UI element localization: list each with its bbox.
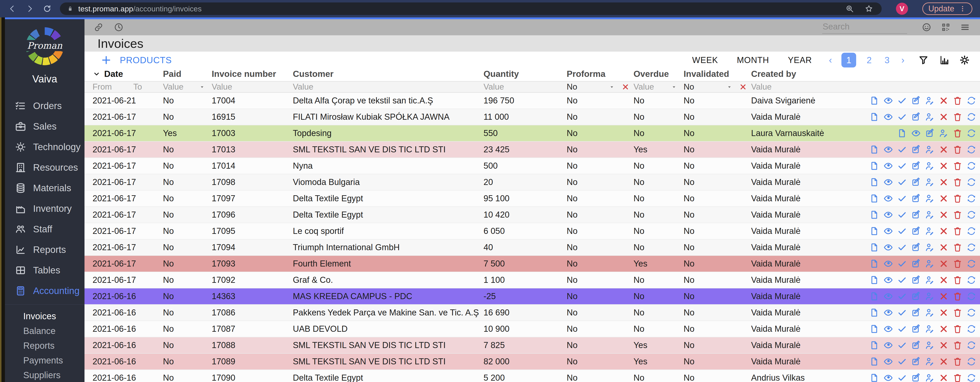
address-bar[interactable]: test.proman.app/accounting/invoices (60, 2, 881, 15)
action-eye-icon[interactable] (883, 210, 893, 220)
sidebar-item-staff[interactable]: Staff (5, 219, 84, 239)
action-edit-icon[interactable] (925, 128, 935, 138)
action-file-icon[interactable] (869, 259, 880, 269)
range-button-year[interactable]: YEAR (788, 55, 812, 65)
column-header-created_by[interactable]: Created by (751, 69, 865, 79)
action-edit-icon[interactable] (911, 96, 921, 106)
table-row[interactable]: 2021-06-16No14363MAS KREEDA CAMPUS - PDC… (84, 288, 980, 305)
zoom-in-icon[interactable] (845, 4, 854, 13)
action-check-icon[interactable] (897, 161, 907, 171)
action-edit-icon[interactable] (911, 291, 921, 301)
action-trash-icon[interactable] (953, 324, 963, 334)
action-trash-icon[interactable] (953, 340, 963, 350)
action-refresh-icon[interactable] (966, 96, 977, 106)
action-person-edit-icon[interactable] (925, 340, 935, 350)
action-edit-icon[interactable] (911, 226, 921, 236)
action-trash-icon[interactable] (953, 357, 963, 366)
bar-chart-icon[interactable] (939, 54, 950, 66)
sidebar-item-sales[interactable]: Sales (5, 116, 84, 137)
action-edit-icon[interactable] (911, 308, 921, 318)
sidebar-item-tables[interactable]: Tables (5, 260, 84, 281)
filter-proforma[interactable]: No (567, 82, 633, 92)
sidebar-subitem-balance[interactable]: Balance (5, 323, 84, 338)
action-x-icon[interactable] (939, 340, 949, 350)
action-x-icon[interactable] (939, 357, 949, 366)
action-person-edit-icon[interactable] (925, 144, 935, 155)
action-trash-icon[interactable] (953, 243, 963, 252)
sidebar-subitem-reports[interactable]: Reports (5, 338, 84, 353)
action-x-icon[interactable] (939, 243, 949, 252)
star-icon[interactable] (864, 4, 873, 13)
action-eye-icon[interactable] (883, 340, 893, 350)
action-file-icon[interactable] (869, 324, 880, 334)
action-eye-icon[interactable] (883, 161, 893, 171)
action-eye-icon[interactable] (883, 324, 893, 334)
filter-clear-icon[interactable] (739, 83, 747, 91)
table-row[interactable]: 2021-06-16No17087UAB DEVOLD10 900NoNoNoV… (84, 321, 980, 337)
action-trash-icon[interactable] (953, 259, 963, 269)
avatar[interactable]: V (896, 3, 908, 15)
action-file-icon[interactable] (869, 144, 880, 155)
filter-value[interactable]: Value (484, 82, 504, 92)
action-check-icon[interactable] (897, 210, 907, 220)
action-refresh-icon[interactable] (966, 275, 977, 285)
action-file-icon[interactable] (869, 161, 880, 171)
action-edit-icon[interactable] (911, 373, 921, 382)
action-file-icon[interactable] (869, 243, 880, 252)
action-check-icon[interactable] (897, 373, 907, 382)
action-edit-icon[interactable] (911, 357, 921, 366)
action-person-edit-icon[interactable] (925, 373, 935, 382)
sidebar-item-reports[interactable]: Reports (5, 239, 84, 260)
action-file-icon[interactable] (869, 275, 880, 285)
action-person-edit-icon[interactable] (925, 357, 935, 366)
action-check-icon[interactable] (897, 259, 907, 269)
smiley-icon[interactable] (921, 22, 932, 32)
action-x-icon[interactable] (939, 96, 949, 106)
action-refresh-icon[interactable] (966, 357, 977, 366)
filter-value[interactable]: Value (293, 82, 313, 92)
filter-value[interactable]: Value (212, 82, 232, 92)
action-edit-icon[interactable] (911, 112, 921, 122)
action-refresh-icon[interactable] (966, 324, 977, 334)
action-eye-icon[interactable] (883, 144, 893, 155)
sidebar-item-technology[interactable]: Technology (5, 137, 84, 157)
action-x-icon[interactable] (939, 210, 949, 220)
action-eye-icon[interactable] (883, 291, 893, 301)
action-check-icon[interactable] (897, 96, 907, 106)
table-row[interactable]: 2021-06-17No17096Delta Textile Egypt10 4… (84, 207, 980, 223)
forward-icon[interactable] (25, 4, 34, 13)
filter-input-from[interactable]: From (92, 82, 112, 92)
action-refresh-icon[interactable] (966, 177, 977, 187)
action-x-icon[interactable] (939, 144, 949, 155)
action-edit-icon[interactable] (911, 243, 921, 252)
prev-page-arrow[interactable]: ‹ (827, 55, 834, 65)
column-header-proforma[interactable]: Proforma (567, 69, 633, 79)
action-edit-icon[interactable] (911, 259, 921, 269)
action-eye-icon[interactable] (883, 308, 893, 318)
action-eye-icon[interactable] (883, 226, 893, 236)
action-file-icon[interactable] (869, 340, 880, 350)
action-refresh-icon[interactable] (966, 193, 977, 203)
table-row[interactable]: 2021-06-17No17093Fourth Element7 500NoYe… (84, 256, 980, 272)
action-x-icon[interactable] (939, 259, 949, 269)
action-edit-icon[interactable] (911, 324, 921, 334)
action-check-icon[interactable] (897, 243, 907, 252)
column-header-invoice_number[interactable]: Invoice number (212, 69, 293, 79)
action-file-icon[interactable] (869, 291, 880, 301)
action-refresh-icon[interactable] (966, 128, 977, 138)
filter-value[interactable]: No (684, 82, 694, 92)
sidebar-item-orders[interactable]: Orders (5, 96, 84, 116)
action-person-edit-icon[interactable] (925, 226, 935, 236)
page-button-3[interactable]: 3 (882, 55, 892, 65)
action-person-edit-icon[interactable] (925, 324, 935, 334)
action-file-icon[interactable] (869, 357, 880, 366)
column-header-customer[interactable]: Customer (293, 69, 484, 79)
table-row[interactable]: 2021-06-17Yes17003Topdesing550NoNoNoLaur… (84, 125, 980, 142)
action-eye-icon[interactable] (883, 193, 893, 203)
filter-overdue[interactable]: Value (633, 82, 684, 92)
action-eye-icon[interactable] (883, 243, 893, 252)
action-refresh-icon[interactable] (966, 226, 977, 236)
action-check-icon[interactable] (897, 177, 907, 187)
action-eye-icon[interactable] (883, 357, 893, 366)
next-page-arrow[interactable]: › (900, 55, 906, 65)
